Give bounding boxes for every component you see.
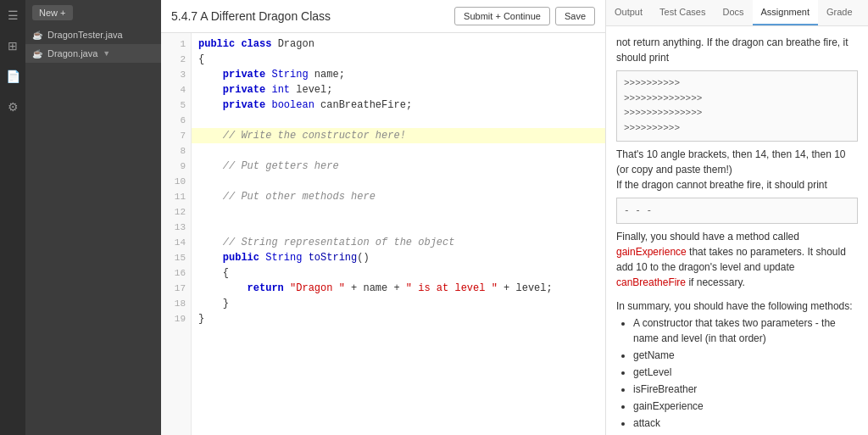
- collapse-icon: ▼: [103, 49, 110, 58]
- code-line-11: // Put other methods here: [192, 189, 605, 204]
- methods-list: A constructor that takes two parameters …: [616, 315, 858, 431]
- line-numbers: 1 2 3 4 5 6 7 8 9 10 11 12 13 14 15 16 1…: [161, 33, 192, 435]
- page-title: 5.4.7 A Different Dragon Class: [171, 9, 331, 23]
- tab-output[interactable]: Output: [606, 0, 651, 25]
- new-file-button[interactable]: New +: [32, 5, 73, 20]
- code-line-6: [192, 113, 605, 128]
- code-line-16: {: [192, 265, 605, 281]
- file-icon[interactable]: 📄: [4, 68, 21, 85]
- summary-title: In summary, you should have the followin…: [616, 298, 858, 314]
- file-item-dragon[interactable]: ☕ Dragon.java ▼: [25, 44, 161, 63]
- angle-brackets-display: >>>>>>>>>> >>>>>>>>>>>>>> >>>>>>>>>>>>>>…: [616, 70, 858, 142]
- left-sidebar: ☰ ⊞ 📄 ⚙: [0, 0, 25, 435]
- dash-display: - - -: [616, 198, 858, 224]
- main-content: 5.4.7 A Different Dragon Class Submit + …: [161, 0, 605, 435]
- list-item: gainExperience: [633, 399, 858, 414]
- code-line-18: }: [192, 296, 605, 311]
- code-line-10: [192, 174, 605, 189]
- file-name: DragonTester.java: [47, 30, 123, 40]
- finally-text: Finally, you should have a method called…: [616, 229, 858, 290]
- right-panel: Output Test Cases Docs Assignment Grade …: [605, 0, 868, 435]
- angle-line-1: >>>>>>>>>>: [624, 76, 850, 92]
- code-line-14: // String representation of the object: [192, 235, 605, 250]
- gain-experience-method: gainExperience: [616, 246, 687, 258]
- code-line-9: // Put getters here: [192, 159, 605, 174]
- list-item: isFireBreather: [633, 382, 858, 397]
- code-line-17: return "Dragon " + name + " is at level …: [192, 281, 605, 296]
- code-line-5: private boolean canBreatheFire;: [192, 98, 605, 113]
- right-tabs: Output Test Cases Docs Assignment Grade …: [606, 0, 868, 26]
- angle-line-2: >>>>>>>>>>>>>>: [624, 92, 850, 107]
- submit-continue-button[interactable]: Submit + Continue: [454, 7, 550, 25]
- code-line-12: [192, 204, 605, 220]
- code-line-15: public String toString(): [192, 250, 605, 265]
- menu-icon[interactable]: ☰: [4, 7, 21, 24]
- tab-grade[interactable]: Grade: [818, 0, 861, 25]
- angle-note: That's 10 angle brackets, then 14, then …: [616, 147, 858, 177]
- tab-test-cases[interactable]: Test Cases: [651, 0, 714, 25]
- top-actions: Submit + Continue Save: [454, 7, 595, 25]
- java-file-icon-2: ☕: [32, 49, 42, 59]
- dash-line: - - -: [624, 205, 652, 215]
- can-breathe-fire-field: canBreatheFire: [616, 276, 686, 288]
- settings-icon[interactable]: ⚙: [4, 98, 21, 115]
- tab-more[interactable]: More: [861, 0, 868, 25]
- code-editor[interactable]: 1 2 3 4 5 6 7 8 9 10 11 12 13 14 15 16 1…: [161, 33, 605, 435]
- grid-icon[interactable]: ⊞: [4, 37, 21, 54]
- code-line-13: [192, 220, 605, 235]
- code-line-19: }: [192, 311, 605, 326]
- list-item: attack: [633, 415, 858, 431]
- assignment-content: not return anything. If the dragon can b…: [606, 26, 868, 435]
- java-file-icon: ☕: [32, 31, 42, 40]
- file-panel: New + ☕ DragonTester.java ☕ Dragon.java …: [25, 0, 161, 435]
- code-line-2: {: [192, 52, 605, 67]
- code-line-4: private int level;: [192, 82, 605, 98]
- code-line-7: // Write the constructor here!: [192, 128, 605, 143]
- file-item-dragon-tester[interactable]: ☕ DragonTester.java: [25, 25, 161, 44]
- code-content[interactable]: public class Dragon { private String nam…: [192, 33, 605, 435]
- intro-text: not return anything. If the dragon can b…: [616, 35, 858, 65]
- code-line-1: public class Dragon: [192, 36, 605, 52]
- code-line-3: private String name;: [192, 67, 605, 82]
- list-item: getLevel: [633, 365, 858, 380]
- tab-assignment[interactable]: Assignment: [753, 0, 818, 25]
- save-button[interactable]: Save: [555, 7, 595, 25]
- if-not-breath-text: If the dragon cannot breathe fire, it sh…: [616, 177, 858, 192]
- code-line-8: [192, 143, 605, 159]
- list-item: getName: [633, 348, 858, 363]
- angle-line-3: >>>>>>>>>>>>>>: [624, 106, 850, 121]
- tab-docs[interactable]: Docs: [714, 0, 752, 25]
- angle-line-4: >>>>>>>>>>: [624, 121, 850, 137]
- file-panel-header: New +: [25, 0, 161, 25]
- file-name-2: Dragon.java: [47, 48, 97, 59]
- top-bar: 5.4.7 A Different Dragon Class Submit + …: [161, 0, 605, 33]
- list-item: A constructor that takes two parameters …: [633, 315, 858, 346]
